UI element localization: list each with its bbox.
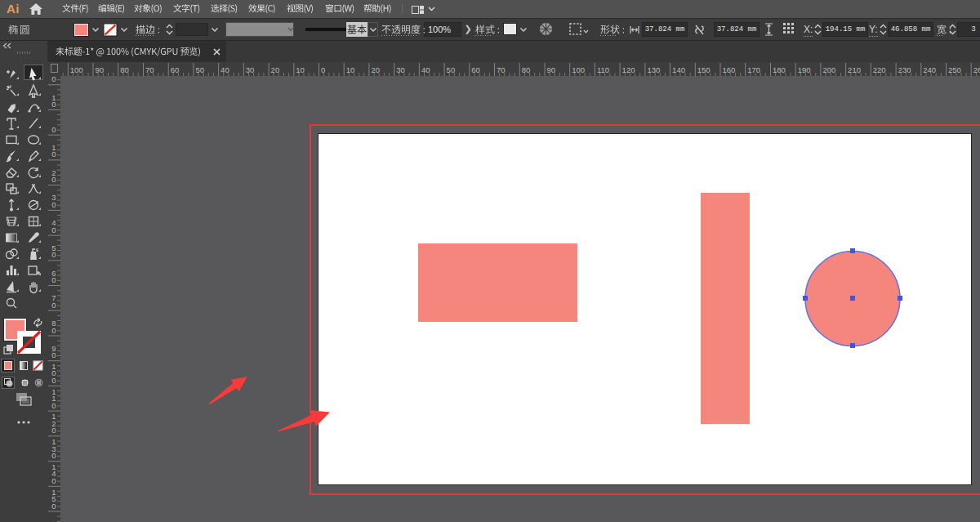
svg-text:100: 100 bbox=[70, 65, 83, 74]
svg-text:0: 0 bbox=[51, 426, 56, 435]
svg-text:90: 90 bbox=[96, 65, 105, 74]
svg-text:120: 120 bbox=[622, 65, 635, 74]
svg-text:140: 140 bbox=[672, 65, 685, 74]
svg-text:220: 220 bbox=[873, 65, 886, 74]
svg-text:80: 80 bbox=[522, 65, 531, 74]
svg-text:250: 250 bbox=[948, 65, 961, 74]
svg-text:190: 190 bbox=[798, 65, 811, 74]
svg-text:0: 0 bbox=[51, 350, 56, 359]
svg-text:150: 150 bbox=[697, 65, 710, 74]
svg-text:0: 0 bbox=[51, 175, 56, 184]
svg-text:70: 70 bbox=[145, 65, 154, 74]
svg-text:30: 30 bbox=[396, 65, 405, 74]
svg-text:0: 0 bbox=[51, 125, 56, 134]
svg-text:130: 130 bbox=[647, 65, 660, 74]
svg-text:0: 0 bbox=[51, 275, 56, 284]
svg-text:0: 0 bbox=[51, 225, 56, 234]
svg-text:200: 200 bbox=[822, 65, 835, 74]
svg-text:90: 90 bbox=[547, 65, 556, 74]
svg-text:60: 60 bbox=[471, 65, 480, 74]
svg-text:0: 0 bbox=[51, 200, 56, 209]
svg-text:40: 40 bbox=[421, 65, 430, 74]
svg-text:0: 0 bbox=[51, 149, 56, 158]
svg-text:50: 50 bbox=[447, 65, 456, 74]
svg-text:110: 110 bbox=[597, 65, 609, 74]
svg-text:10: 10 bbox=[296, 65, 305, 74]
svg-text:230: 230 bbox=[898, 65, 911, 74]
svg-text:240: 240 bbox=[923, 65, 936, 74]
svg-text:0: 0 bbox=[51, 476, 56, 485]
svg-text:60: 60 bbox=[171, 65, 180, 74]
svg-text:40: 40 bbox=[220, 65, 229, 74]
svg-text:0: 0 bbox=[51, 301, 56, 310]
svg-text:20: 20 bbox=[271, 65, 280, 74]
svg-text:0: 0 bbox=[51, 326, 56, 335]
svg-text:0: 0 bbox=[51, 502, 56, 511]
svg-text:180: 180 bbox=[773, 65, 786, 74]
svg-text:30: 30 bbox=[246, 65, 255, 74]
svg-text:70: 70 bbox=[497, 65, 506, 74]
svg-text:0: 0 bbox=[51, 451, 56, 460]
svg-text:100: 100 bbox=[572, 65, 585, 74]
svg-text:260: 260 bbox=[973, 65, 980, 74]
svg-text:0: 0 bbox=[51, 100, 56, 109]
svg-text:10: 10 bbox=[346, 65, 355, 74]
svg-text:0: 0 bbox=[51, 74, 56, 83]
svg-text:210: 210 bbox=[848, 65, 861, 74]
svg-text:0: 0 bbox=[51, 250, 56, 259]
svg-text:170: 170 bbox=[747, 65, 760, 74]
svg-text:0: 0 bbox=[321, 65, 325, 74]
svg-text:20: 20 bbox=[371, 65, 380, 74]
svg-text:0: 0 bbox=[51, 401, 56, 410]
svg-text:0: 0 bbox=[51, 376, 56, 385]
svg-text:80: 80 bbox=[120, 65, 129, 74]
svg-text:50: 50 bbox=[195, 65, 204, 74]
svg-text:160: 160 bbox=[723, 65, 736, 74]
